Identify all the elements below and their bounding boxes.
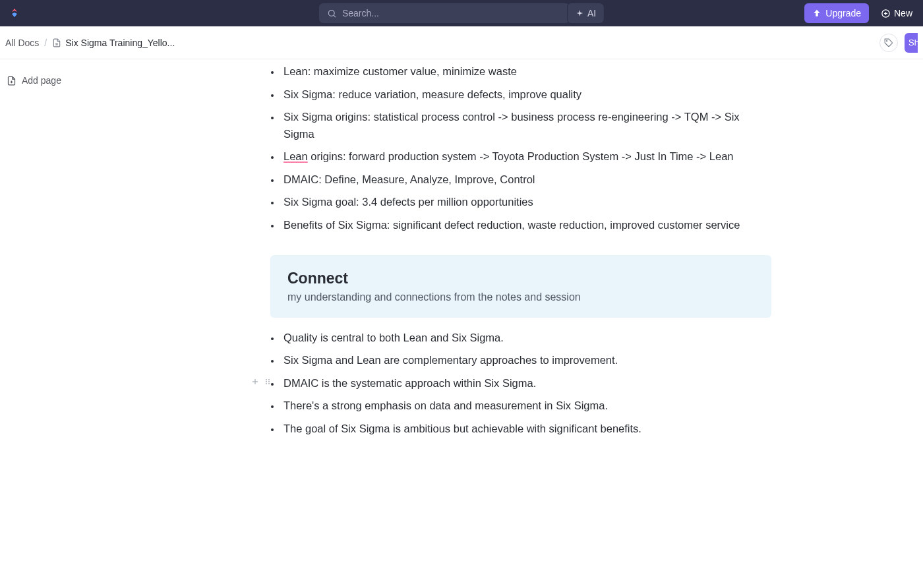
svg-point-16 (266, 383, 267, 384)
list-item[interactable]: DMAIC: Define, Measure, Analyze, Improve… (281, 171, 771, 189)
add-page-button[interactable]: Add page (7, 73, 92, 88)
list-item[interactable]: Benefits of Six Sigma: significant defec… (281, 217, 771, 234)
share-label: Sh (908, 38, 918, 47)
upgrade-icon (812, 9, 821, 18)
sparkle-icon (576, 9, 584, 18)
new-button[interactable]: New (876, 8, 918, 18)
svg-point-14 (266, 381, 267, 382)
tag-button[interactable] (879, 34, 898, 52)
list-item[interactable]: Lean: maximize customer value, minimize … (281, 63, 771, 80)
app-logo-icon[interactable] (8, 7, 21, 20)
search-icon (327, 9, 337, 18)
left-panel: Add page (0, 59, 99, 588)
list-item[interactable]: Six Sigma: reduce variation, measure def… (281, 86, 771, 103)
drag-handle-icon[interactable] (264, 377, 272, 386)
list-item[interactable]: There's a strong emphasis on data and me… (281, 397, 771, 415)
connect-block[interactable]: Connect my understanding and connections… (270, 255, 771, 318)
tag-icon (884, 38, 893, 47)
add-page-icon (7, 76, 16, 86)
ai-button[interactable]: AI (567, 3, 604, 23)
ai-label: AI (587, 8, 596, 18)
list-item[interactable]: Six Sigma goal: 3.4 defects per million … (281, 194, 771, 211)
svg-point-17 (268, 383, 270, 384)
list-item[interactable]: Quality is central to both Lean and Six … (281, 330, 771, 347)
svg-point-15 (268, 381, 270, 382)
list-item[interactable]: The goal of Six Sigma is ambitious but a… (281, 421, 771, 438)
intro-bullet-list: Lean: maximize customer value, minimize … (266, 63, 771, 234)
list-item-text: DMAIC is the systematic approach within … (283, 377, 536, 389)
svg-point-12 (266, 379, 267, 380)
svg-point-0 (328, 10, 334, 16)
spellcheck-underline[interactable]: Lean (283, 150, 308, 162)
svg-point-7 (887, 40, 887, 41)
search-input[interactable]: Search... (319, 3, 570, 23)
breadcrumb-sep: / (44, 38, 47, 48)
svg-line-1 (334, 15, 336, 17)
upgrade-button[interactable]: Upgrade (804, 3, 869, 23)
breadcrumb-current-label: Six Sigma Training_Yello... (65, 38, 175, 48)
connect-title[interactable]: Connect (287, 270, 754, 287)
list-item[interactable]: Six Sigma origins: statistical process c… (281, 109, 771, 142)
svg-point-13 (268, 379, 270, 380)
top-bar: Search... AI Upgrade New (0, 0, 923, 26)
share-button[interactable]: Sh (905, 33, 918, 53)
plus-circle-icon (881, 9, 891, 18)
upgrade-label: Upgrade (825, 8, 861, 18)
search-placeholder: Search... (342, 8, 379, 18)
add-page-label: Add page (22, 75, 61, 86)
new-label: New (894, 8, 912, 18)
plus-icon[interactable] (251, 377, 260, 386)
breadcrumb-root[interactable]: All Docs (5, 38, 39, 48)
list-item[interactable]: Lean origins: forward production system … (281, 148, 771, 165)
breadcrumb-bar: All Docs / Six Sigma Training_Yello... S… (0, 26, 923, 59)
connect-subtitle[interactable]: my understanding and connections from th… (287, 291, 754, 303)
list-item[interactable]: DMAIC is the systematic approach within … (281, 375, 771, 392)
connect-bullet-list: Quality is central to both Lean and Six … (266, 330, 771, 438)
list-item[interactable]: Six Sigma and Lean are complementary app… (281, 352, 771, 369)
list-item-text: origins: forward production system -> To… (308, 150, 734, 162)
document-editor[interactable]: Lean: maximize customer value, minimize … (99, 59, 923, 588)
document-icon (52, 38, 61, 47)
breadcrumb: All Docs / Six Sigma Training_Yello... (5, 38, 175, 48)
breadcrumb-current[interactable]: Six Sigma Training_Yello... (52, 38, 175, 48)
